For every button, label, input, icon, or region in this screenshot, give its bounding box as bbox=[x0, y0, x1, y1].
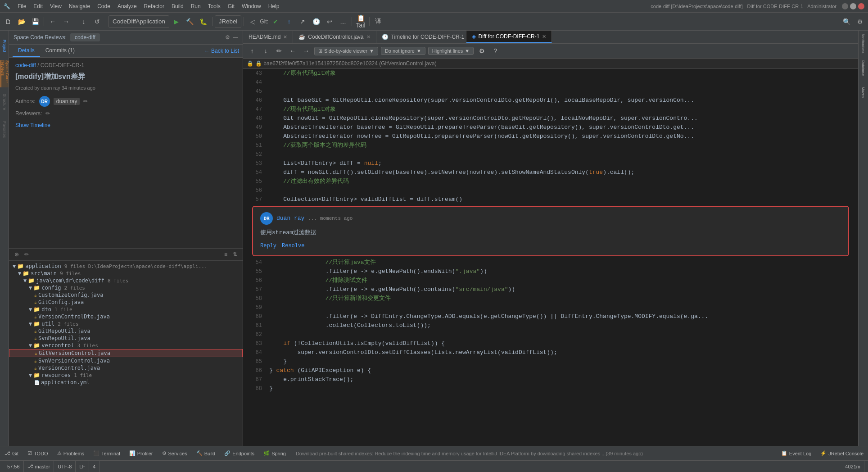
tree-svn-version-control[interactable]: ☕ SvnVersionControl.java bbox=[9, 357, 243, 364]
tree-resources[interactable]: ▼ 📁 resources 1 file bbox=[9, 372, 243, 379]
sidebar-icon-favorites[interactable]: Favorites bbox=[0, 116, 9, 143]
event-log-item[interactable]: 📋 Event Log bbox=[777, 450, 816, 456]
git-status-item[interactable]: ⎇ Git bbox=[0, 446, 23, 460]
diff-edit-btn[interactable]: ✏ bbox=[274, 45, 285, 56]
git-push-btn[interactable]: ↑ bbox=[283, 15, 295, 28]
git-extra-btn[interactable]: … bbox=[337, 15, 349, 28]
diff-next-file-btn[interactable]: → bbox=[301, 45, 312, 56]
tree-config[interactable]: ▼ 📁 config 2 files bbox=[9, 284, 243, 291]
tree-customize-config[interactable]: ☕ CustomizeConfig.java bbox=[9, 291, 243, 299]
status-branch[interactable]: ⎇ master bbox=[24, 461, 54, 472]
search-everywhere-btn[interactable]: 🔍 bbox=[840, 15, 853, 28]
comment-reply-btn[interactable]: Reply bbox=[260, 242, 276, 250]
menu-code[interactable]: Code bbox=[94, 2, 114, 10]
status-indent[interactable]: 4 bbox=[89, 461, 99, 472]
todo-item[interactable]: ☑ TODO bbox=[23, 446, 53, 460]
tree-git-config[interactable]: ☕ GitConfig.java bbox=[9, 299, 243, 306]
right-icon-database[interactable]: Database bbox=[859, 57, 868, 79]
tree-dto[interactable]: ▼ 📁 dto 1 file bbox=[9, 306, 243, 313]
tab-diff-close[interactable]: ✕ bbox=[542, 34, 546, 40]
spring-item[interactable]: 🌿 Spring bbox=[259, 446, 290, 460]
author-edit-icon[interactable]: ✏ bbox=[83, 98, 88, 104]
menu-refactor[interactable]: Refactor bbox=[140, 2, 168, 10]
back-to-list-btn[interactable]: ← Back to List bbox=[204, 48, 239, 54]
sidebar-icon-structure[interactable]: Structure bbox=[0, 88, 9, 115]
build-btn[interactable]: 🔨 bbox=[184, 15, 196, 28]
show-timeline-link[interactable]: Show Timeline bbox=[15, 122, 236, 128]
run-btn[interactable]: ▶ bbox=[170, 15, 183, 28]
menu-file[interactable]: File bbox=[14, 2, 30, 10]
jrebel-btn[interactable]: JRebel bbox=[215, 15, 242, 28]
sidebar-icon-project[interactable]: Project bbox=[0, 32, 9, 59]
tree-src-main[interactable]: ▼ 📁 src\main 9 files bbox=[9, 270, 243, 277]
debug-btn[interactable]: 🐛 bbox=[197, 15, 210, 28]
group-files-btn[interactable]: ≡ bbox=[222, 250, 229, 259]
tab-readme-close[interactable]: ✕ bbox=[283, 34, 287, 40]
endpoints-item[interactable]: 🔗 Endpoints bbox=[220, 446, 259, 460]
status-lf[interactable]: LF bbox=[76, 461, 89, 472]
highlight-lines-selector[interactable]: Highlight lines ▼ bbox=[428, 47, 474, 55]
right-icon-maven[interactable]: Maven bbox=[859, 81, 868, 104]
build-item[interactable]: 🔨 Build bbox=[192, 446, 220, 460]
tree-vercontrol[interactable]: ▼ 📁 vercontrol 3 files bbox=[9, 342, 243, 349]
edit-files-btn[interactable]: ✏ bbox=[23, 250, 31, 259]
tree-util[interactable]: ▼ 📁 util 2 files bbox=[9, 320, 243, 327]
git-pull-btn[interactable]: ↗ bbox=[296, 15, 309, 28]
problems-item[interactable]: ⚠ Problems bbox=[53, 446, 89, 460]
tab-commits[interactable]: Commits (1) bbox=[40, 45, 80, 57]
viewer-mode-selector[interactable]: ⊞ Side-by-side viewer ▼ bbox=[314, 47, 378, 55]
right-icon-notifications[interactable]: Notifications bbox=[859, 32, 868, 55]
tab-controller[interactable]: ☕ CodeDiffController.java ✕ bbox=[293, 31, 376, 43]
reviews-settings-icon[interactable]: ⚙ bbox=[225, 34, 230, 41]
expand-all-btn[interactable]: ⊕ bbox=[13, 250, 21, 259]
status-total-lines[interactable]: 4021m bbox=[841, 461, 864, 472]
menu-view[interactable]: View bbox=[46, 2, 65, 10]
tree-git-repo-util[interactable]: ☕ GitRepoUtil.java bbox=[9, 327, 243, 335]
git-prev-btn[interactable]: ◁ bbox=[246, 15, 259, 28]
tree-java-package[interactable]: ▼ 📁 java\com\dr\code\diff 8 files bbox=[9, 277, 243, 284]
open-btn[interactable]: 📂 bbox=[15, 15, 28, 28]
diff-prev-file-btn[interactable]: ← bbox=[287, 45, 298, 56]
tree-application-yml[interactable]: 📄 application.yml bbox=[9, 379, 243, 386]
ignore-mode-selector[interactable]: Do not ignore ▼ bbox=[381, 47, 425, 55]
tab-readme[interactable]: README.md ✕ bbox=[243, 31, 293, 43]
tab-timeline[interactable]: 🕐 Timeline for CODE-DIFF-CR-1 ✕ bbox=[376, 31, 466, 43]
tree-svn-repo-util[interactable]: ☕ SvnRepoUtil.java bbox=[9, 335, 243, 342]
menu-window[interactable]: Window bbox=[238, 2, 265, 10]
tab-controller-close[interactable]: ✕ bbox=[366, 34, 371, 40]
new-file-btn[interactable]: 🗋 bbox=[2, 15, 14, 28]
tail-btn[interactable]: 📋 Tail bbox=[354, 15, 367, 28]
status-line-col[interactable]: 57:56 bbox=[4, 461, 24, 472]
minimize-btn[interactable] bbox=[842, 3, 848, 9]
git-history-btn[interactable]: 🕐 bbox=[310, 15, 322, 28]
tree-version-control-dto[interactable]: ☕ VersionControlDto.java bbox=[9, 313, 243, 320]
recent-btn[interactable]: ↓ bbox=[77, 15, 90, 28]
sidebar-icon-scr[interactable]: Space Code Reviews bbox=[0, 60, 9, 87]
menu-build[interactable]: Build bbox=[168, 2, 187, 10]
tab-diff-active[interactable]: ◈ Diff for CODE-DIFF-CR-1 ✕ bbox=[466, 31, 552, 43]
diff-help-btn[interactable]: ? bbox=[490, 45, 501, 56]
diff-down-btn[interactable]: ↓ bbox=[260, 45, 271, 56]
menu-analyze[interactable]: Analyze bbox=[114, 2, 140, 10]
code-diff-area[interactable]: 43 //原有代码git对象 44 45 46 Git baseGit = Gi… bbox=[243, 69, 858, 446]
reviews-minimize-icon[interactable]: — bbox=[233, 34, 238, 41]
profiler-item[interactable]: 📊 Profiler bbox=[125, 446, 158, 460]
jrebel-console-item[interactable]: ⚡ JRebel Console bbox=[816, 450, 868, 456]
tree-root[interactable]: ▼ 📁 application 9 files D:\IdeaProjects\… bbox=[9, 263, 243, 270]
menu-navigate[interactable]: Navigate bbox=[65, 2, 94, 10]
menu-edit[interactable]: Edit bbox=[30, 2, 46, 10]
tab-details[interactable]: Details bbox=[13, 45, 40, 57]
menu-run[interactable]: Run bbox=[187, 2, 204, 10]
sort-files-btn[interactable]: ⇅ bbox=[231, 250, 239, 259]
menu-tools[interactable]: Tools bbox=[204, 2, 224, 10]
diff-settings-btn[interactable]: ⚙ bbox=[476, 45, 487, 56]
maximize-btn[interactable] bbox=[850, 3, 856, 9]
tree-version-control[interactable]: ☕ VersionControl.java bbox=[9, 364, 243, 372]
git-check-btn[interactable]: ✔ bbox=[269, 15, 282, 28]
run-config-selector[interactable]: CodeDiffApplication bbox=[108, 15, 169, 28]
git-rollback-btn[interactable]: ↩ bbox=[323, 15, 336, 28]
terminal-item[interactable]: ⬛ Terminal bbox=[89, 446, 125, 460]
close-btn[interactable] bbox=[858, 3, 864, 9]
diff-up-btn[interactable]: ↑ bbox=[247, 45, 258, 56]
menu-help[interactable]: Help bbox=[265, 2, 283, 10]
